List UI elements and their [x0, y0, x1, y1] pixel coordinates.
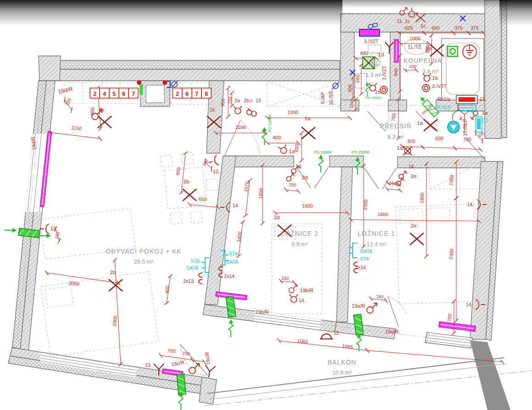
label: 1600 — [302, 203, 313, 209]
symbol-y — [204, 365, 215, 378]
distribution-board-Rb1z — [456, 95, 477, 104]
label: 150 — [389, 181, 397, 186]
symbol-xc — [403, 146, 412, 155]
label: 750 — [167, 348, 176, 354]
label: 11./TŽ — [408, 44, 421, 50]
label: 395 — [347, 84, 353, 93]
label: 700 — [463, 137, 471, 142]
label: 150 — [281, 275, 289, 281]
symbol-dot — [137, 80, 141, 85]
symbol-x — [302, 127, 315, 139]
label: 1075 — [243, 181, 250, 193]
label: 19c/R — [171, 360, 185, 367]
label: 3./VZT — [381, 66, 387, 80]
label: PD 15MM — [268, 115, 272, 132]
label: 1600 — [377, 211, 388, 217]
symbol-ca — [289, 285, 297, 293]
room-name: LOŽNICE 2 — [281, 230, 318, 237]
room-name: OBÝVACÍ POKOJ + KK — [106, 248, 181, 255]
label: 1a — [417, 120, 423, 126]
label: 1a — [289, 149, 295, 154]
symbol-sw — [286, 173, 295, 181]
room-area: 12.4 m² — [367, 241, 386, 248]
label: 2400 — [448, 248, 454, 259]
equipment — [40, 29, 482, 376]
label: 13. — [256, 98, 263, 103]
doorphone-DT — [476, 116, 482, 132]
label: 400 — [273, 135, 281, 140]
label: 150 — [289, 182, 296, 188]
label: 12. — [333, 330, 340, 336]
label: 19c/R — [204, 351, 211, 365]
label: 2x14. — [224, 273, 236, 279]
label: 1b — [432, 75, 438, 81]
label: 1c — [420, 23, 426, 28]
living-bed — [40, 271, 158, 357]
symbol-ca — [367, 303, 377, 313]
label: 13. — [50, 226, 57, 231]
label: STA — [190, 258, 200, 264]
label: 150 — [54, 231, 61, 239]
label: 150 — [409, 64, 416, 69]
label: 1060 — [297, 338, 308, 344]
circuit-number: 7 — [195, 90, 198, 97]
label: 1000 — [409, 36, 420, 41]
label: Rb1/z — [437, 96, 451, 102]
dimension-line — [349, 218, 481, 223]
symbol-ga — [319, 155, 323, 172]
circuit-number: 5 — [112, 90, 116, 97]
symbol-cyb — [202, 258, 210, 272]
symbol-dot — [162, 80, 167, 85]
label: 950 — [175, 166, 182, 175]
label: 14. — [233, 203, 240, 208]
symbol-bdia — [332, 82, 339, 89]
label: 19d/R — [57, 86, 73, 95]
label: 1b — [426, 46, 431, 51]
symbol-lamp — [320, 334, 333, 339]
circuit-number: 6 — [185, 90, 189, 97]
label: 1a — [397, 145, 403, 151]
label: 2d — [274, 215, 280, 220]
circuit-number: 2 — [176, 90, 179, 97]
label: 625 — [405, 25, 413, 31]
label: 940 — [392, 68, 398, 77]
label: 700 — [446, 313, 452, 322]
label: 2300 — [362, 199, 369, 210]
floor-plan-drawing: 245672678 19d/R19d/R8002c15011502c950150… — [0, 0, 532, 410]
label: 19a/R — [352, 303, 365, 309]
label: 19b/R — [300, 288, 313, 293]
dimension-line — [425, 162, 428, 258]
label: 14. — [467, 202, 474, 207]
label: R-SLP — [437, 105, 451, 110]
label: 480 — [360, 50, 368, 56]
label: 1000 — [287, 110, 298, 115]
label: 300 — [407, 139, 415, 144]
label: 19a/R — [385, 329, 398, 334]
room-area: 3.6 m² — [422, 68, 438, 75]
symbol-ga — [357, 333, 361, 351]
label: 19b/R — [255, 309, 269, 315]
label: 9./AP — [320, 92, 325, 104]
symbol-so — [234, 106, 242, 114]
room-area: 1.3 m² — [365, 72, 381, 78]
label: 2c — [99, 107, 105, 112]
windows — [25, 134, 470, 377]
symbol-x — [98, 116, 112, 128]
label: 3./VZT — [364, 39, 379, 44]
label: 800 — [89, 107, 95, 116]
label: 17./SLP — [462, 119, 468, 136]
symbol-ga — [262, 127, 267, 145]
label: DT — [482, 118, 488, 123]
label: 2000 — [68, 280, 80, 287]
label: 13. — [213, 169, 220, 174]
videophone — [448, 121, 459, 133]
label: 14. — [296, 164, 303, 169]
label: 650 — [198, 196, 207, 202]
symbol-so — [278, 144, 289, 155]
label: 150 — [182, 350, 190, 356]
label: 2e — [411, 173, 417, 179]
symbol-ga — [229, 319, 233, 337]
green-bar — [140, 84, 143, 94]
symbol-vent — [380, 86, 387, 94]
symbol-vent — [422, 84, 430, 92]
